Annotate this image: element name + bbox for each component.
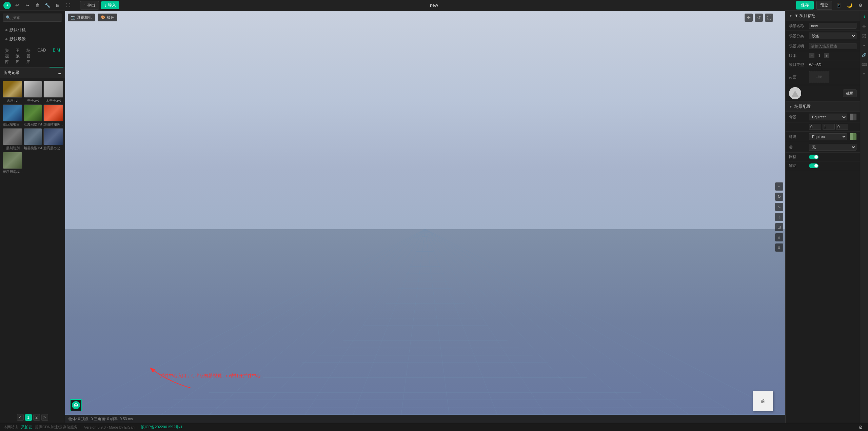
thumb-item[interactable]: 亭子.rvt <box>24 81 42 103</box>
tab-assets[interactable]: 资源库 <box>1 46 12 67</box>
thumb-image <box>3 128 22 145</box>
thumb-item[interactable]: 加油站服务... <box>43 104 63 127</box>
fullscreen-btn[interactable]: ⛶ <box>64 1 72 9</box>
thumb-label: 超高层办公... <box>43 146 63 151</box>
tab-scenes[interactable]: 场景库 <box>23 46 34 67</box>
strip-star-icon[interactable]: ✦ <box>861 42 868 49</box>
env-preview-svg <box>850 133 856 140</box>
cover-upload-area[interactable]: 封面 <box>809 71 829 83</box>
thumb-item[interactable]: 空压站项目... <box>3 104 22 127</box>
page-prev-btn[interactable]: < <box>17 414 24 421</box>
redo-btn[interactable]: ↪ <box>23 1 31 9</box>
page-next-btn[interactable]: > <box>41 414 48 421</box>
thumb-item[interactable]: 船屋模型.rvt <box>24 128 42 151</box>
tab-drawings[interactable]: 图纸库 <box>12 46 23 67</box>
view-cube[interactable]: 前 <box>753 391 773 411</box>
strip-code-icon[interactable]: ⌨ <box>861 61 868 68</box>
color-mode-btn[interactable]: 🎨 颜色 <box>98 14 117 21</box>
svg-line-39 <box>425 229 689 415</box>
bg-y-input[interactable] <box>823 124 835 130</box>
svg-line-40 <box>425 229 737 415</box>
scale-icon[interactable]: ⤡ <box>775 203 783 211</box>
search-input[interactable] <box>12 15 59 20</box>
viewport[interactable]: 📷 透视相机 🎨 颜色 ✚ ↺ ⛶ ↔ ↻ ⤡ ⊹ ⊡ # ≡ <box>65 11 785 423</box>
prop-cover: 封面 封面 <box>786 69 860 85</box>
nav-item-camera[interactable]: 默认相机 <box>3 26 62 34</box>
plugin-center-icon[interactable] <box>70 399 82 411</box>
undo-btn[interactable]: ↩ <box>13 1 21 9</box>
grid-icon[interactable]: # <box>775 233 783 241</box>
theme-icon[interactable]: 🌙 <box>846 1 854 9</box>
version-increment-btn[interactable]: + <box>824 53 829 58</box>
scene-desc-input[interactable] <box>809 43 856 49</box>
plugin-inner-icon <box>72 401 80 409</box>
version-decrement-btn[interactable]: − <box>809 53 814 58</box>
rotate-icon[interactable]: ↻ <box>775 193 783 201</box>
strip-info-icon[interactable]: ℹ <box>861 14 868 20</box>
camera-mode-btn[interactable]: 📷 透视相机 <box>68 14 95 21</box>
cube-front-face[interactable]: 前 <box>753 391 773 411</box>
strip-image-icon[interactable]: 🖼 <box>861 33 868 39</box>
topbar-right: 保存 预览 📱 🌙 ⚙ <box>796 1 865 10</box>
tabs-row: 资源库 图纸库 场景库 CAD BIM <box>0 46 65 68</box>
bg-select[interactable]: Equirect Color Gradient <box>809 114 847 120</box>
strip-link-icon[interactable]: 🔗 <box>861 52 868 58</box>
thumb-item[interactable]: 餐厅厨房模... <box>3 152 22 174</box>
screenshot-button[interactable]: 截屏 <box>843 90 856 97</box>
icp-link[interactable]: 滇ICP备2022001592号-1 <box>141 425 182 430</box>
tab-bim[interactable]: BIM <box>50 46 63 67</box>
left-nav: 默认相机 默认场景 <box>0 24 65 45</box>
grid-toggle[interactable] <box>809 155 818 159</box>
tools-btn[interactable]: 🔧 <box>43 1 52 9</box>
history-header: 历史记录 ☁ <box>0 68 65 78</box>
export-button[interactable]: ↑ 导出 <box>80 1 99 9</box>
page-1-btn[interactable]: 1 <box>25 414 32 421</box>
preview-button[interactable]: 预览 <box>816 1 832 10</box>
select-icon[interactable]: ⊹ <box>775 213 783 221</box>
search-icon: 🔍 <box>6 15 11 20</box>
prop-background: 背景 Equirect Color Gradient <box>786 112 860 122</box>
fog-select[interactable]: 无 线性 指数 <box>809 144 856 151</box>
layers-icon[interactable]: ≡ <box>775 243 783 252</box>
delete-btn[interactable]: 🗑 <box>33 1 41 9</box>
bg-x-input[interactable] <box>809 124 821 130</box>
scene-category-select[interactable]: 设备 建筑 场景 <box>809 33 856 39</box>
tab-cad[interactable]: CAD <box>34 46 49 67</box>
scene-name-input[interactable] <box>809 23 856 29</box>
env-select[interactable]: Equirect None <box>809 133 847 140</box>
thumb-item[interactable]: 二层别院别... <box>3 128 22 151</box>
thumb-item[interactable]: 江海别墅.rvt <box>24 104 42 127</box>
nav-item-scene[interactable]: 默认场景 <box>3 35 62 43</box>
scene-config-section-header[interactable]: ▼ 场景配置 <box>786 102 860 112</box>
left-sidebar: 🔍 默认相机 默认场景 资源库 图纸库 场景库 CAD BIM 历史记录 ☁ <box>0 11 65 423</box>
resize-btn[interactable]: ⊞ <box>54 1 62 9</box>
page-2-btn[interactable]: 2 <box>33 414 40 421</box>
bg-z-input[interactable] <box>836 124 848 130</box>
thumb-label: 二层别院别... <box>3 146 22 151</box>
thumb-item[interactable]: 木亭子.rvt <box>43 81 63 103</box>
thumb-item[interactable]: 古屋.rvt <box>3 81 22 103</box>
thumb-item[interactable]: 超高层办公... <box>43 128 63 151</box>
transform-icon[interactable]: ↔ <box>775 182 783 191</box>
zoom-fit-icon[interactable]: ⊡ <box>775 223 783 231</box>
project-info-section-header[interactable]: ▼ ▼ 项目信息 <box>786 11 860 21</box>
refresh-icon[interactable]: ↺ <box>755 14 763 22</box>
thumb-label: 船屋模型.rvt <box>24 146 42 151</box>
settings-icon[interactable]: ⚙ <box>856 1 865 9</box>
settings-bottom-icon[interactable]: ⚙ <box>856 423 865 431</box>
add-object-icon[interactable]: ✚ <box>745 14 753 22</box>
viewport-top-right: ✚ ↺ ⛶ <box>745 14 773 22</box>
svg-line-28 <box>161 229 425 415</box>
import-button[interactable]: ↓ 导入 <box>101 1 119 9</box>
thumb-image <box>24 104 42 121</box>
save-button[interactable]: 保存 <box>796 1 814 9</box>
status-bar: 物体: 0 顶点: 0 三角面: 0 帧率: 0.53 ms <box>65 415 785 423</box>
expand-icon[interactable]: ⛶ <box>765 14 773 22</box>
strip-eye-icon[interactable]: 👁 <box>861 23 868 30</box>
cloud-upload-icon[interactable]: ☁ <box>57 71 61 75</box>
mobile-icon[interactable]: 📱 <box>835 1 843 9</box>
strip-layers-icon[interactable]: ≡ <box>861 71 868 77</box>
assist-toggle[interactable] <box>809 163 818 168</box>
provider-link[interactable]: 又拍云 <box>21 425 32 430</box>
search-box[interactable]: 🔍 <box>3 14 62 22</box>
